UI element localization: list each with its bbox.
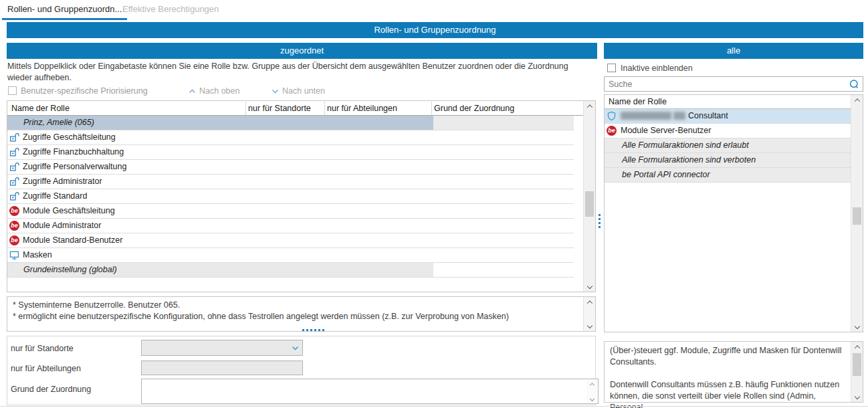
scrollbar-thumb[interactable] xyxy=(853,353,861,376)
scrollbar-thumb[interactable] xyxy=(585,191,594,217)
row-label: Prinz, Amelie (065) xyxy=(23,116,94,130)
move-down-label: Nach unten xyxy=(282,86,325,96)
checkbox-label: Benutzer-spezifische Priorisierung xyxy=(21,86,148,96)
table-row-selected[interactable]: Consultant xyxy=(605,109,851,124)
row-label: Zugriffe Standard xyxy=(23,189,87,203)
scroll-down-button[interactable] xyxy=(587,395,597,403)
app-window: Rollen- und Gruppenzuordn... Effektive B… xyxy=(0,0,868,408)
inaktive-einblenden-checkbox[interactable]: Inaktive einblenden xyxy=(607,64,693,73)
right-table-scrollbar[interactable] xyxy=(851,95,863,332)
table-row-group[interactable]: be Portal API connector xyxy=(605,168,851,183)
standorte-dropdown[interactable] xyxy=(141,340,303,356)
horizontal-splitter-handle[interactable] xyxy=(302,329,324,331)
table-row-selected[interactable]: Prinz, Amelie (065) xyxy=(7,116,574,130)
search-box xyxy=(604,76,863,92)
textarea-scrollbar[interactable] xyxy=(587,380,597,403)
right-panel-title: alle xyxy=(604,43,863,59)
checkbox-box[interactable] xyxy=(8,86,17,95)
table-body: Consultant be Module Server-Benutzer All… xyxy=(605,109,851,183)
instruction-text: Mittels Doppelklick oder Eingabetaste kö… xyxy=(7,61,592,84)
footnote-line-1: * Systeminterne Benutzerrolle. Benutzer … xyxy=(13,300,590,311)
chevron-up-icon xyxy=(189,89,196,94)
table-row[interactable]: Zugriffe Personalverwaltung xyxy=(7,160,574,175)
table-row[interactable]: Masken xyxy=(7,248,574,263)
be-module-icon: be xyxy=(9,235,19,245)
table-header-row: Name der Rolle xyxy=(605,95,863,109)
row-label: Module Geschäftsleitung xyxy=(23,204,115,218)
be-module-icon: be xyxy=(9,221,19,231)
redacted-text xyxy=(673,112,685,120)
column-header-name-der-rolle[interactable]: Name der Rolle xyxy=(609,97,667,106)
tab-effektive-berechtigungen[interactable]: Effektive Berechtigungen xyxy=(117,0,224,20)
grund-label: Grund der Zuordnung xyxy=(11,385,91,394)
column-divider xyxy=(245,102,246,115)
table-row[interactable]: Zugriffe Finanzbuchhaltung xyxy=(7,145,574,160)
redacted-text xyxy=(621,112,671,120)
column-header-nur-fuer-standorte[interactable]: nur für Standorte xyxy=(248,101,311,116)
table-row[interactable]: Zugriffe Administrator xyxy=(7,175,574,189)
scroll-down-button[interactable] xyxy=(584,320,595,331)
role-description-text: (Über-)steuert ggf. Module, Zugriffe und… xyxy=(605,342,848,408)
abteilungen-label: nur für Abteilungen xyxy=(11,364,81,373)
column-header-grund-der-zuordnung[interactable]: Grund der Zuordnung xyxy=(434,101,514,116)
abteilungen-input[interactable] xyxy=(141,361,303,375)
table-row-group[interactable]: Grundeinstellung (global) xyxy=(7,263,574,278)
tab-rollen-und-gruppenzuordnung[interactable]: Rollen- und Gruppenzuordn... xyxy=(2,0,127,20)
scroll-down-button[interactable] xyxy=(584,281,595,292)
move-up-button[interactable]: Nach oben xyxy=(189,86,239,96)
tab-strip: Rollen- und Gruppenzuordn... Effektive B… xyxy=(0,0,868,20)
assigned-roles-table: Name der Rolle nur für Standorte nur für… xyxy=(7,100,596,292)
table-header-row: Name der Rolle nur für Standorte nur für… xyxy=(7,101,595,116)
footnote-line-2: * ermöglicht eine benutzerspezifische Ko… xyxy=(13,311,590,322)
description-scrollbar[interactable] xyxy=(851,342,863,402)
footnote-scrollbar[interactable] xyxy=(583,297,595,331)
checkbox-box[interactable] xyxy=(607,64,616,72)
standorte-label: nur für Standorte xyxy=(11,344,74,353)
row-label: Module Standard-Benutzer xyxy=(23,233,122,247)
vertical-splitter-handle[interactable] xyxy=(599,214,601,228)
benutzer-spezifische-priorisierung-checkbox[interactable]: Benutzer-spezifische Priorisierung xyxy=(8,86,148,96)
table-row[interactable]: Zugriffe Standard xyxy=(7,189,574,204)
table-row[interactable]: be Module Administrator xyxy=(7,219,574,233)
row-label: Zugriffe Administrator xyxy=(23,175,102,189)
move-down-button[interactable]: Nach unten xyxy=(272,86,325,96)
row-label: Alle Formularaktionen sind verboten xyxy=(622,153,756,167)
scroll-up-button[interactable] xyxy=(587,380,597,388)
scroll-up-button[interactable] xyxy=(851,95,863,106)
column-header-nur-fuer-abteilungen[interactable]: nur für Abteilungen xyxy=(327,101,397,116)
table-row[interactable]: Zugriffe Geschäftsleitung xyxy=(7,130,574,145)
scroll-up-button[interactable] xyxy=(851,342,863,352)
grund-der-zuordnung-textarea[interactable] xyxy=(141,379,599,404)
move-up-label: Nach oben xyxy=(199,86,239,96)
left-table-scrollbar[interactable] xyxy=(583,101,595,292)
column-header-name-der-rolle[interactable]: Name der Rolle xyxy=(11,101,70,116)
search-input[interactable] xyxy=(605,77,845,91)
table-row[interactable]: be Module Standard-Benutzer xyxy=(7,233,574,248)
search-icon[interactable] xyxy=(849,79,859,90)
scroll-up-button[interactable] xyxy=(584,297,595,308)
scrollbar-thumb[interactable] xyxy=(853,207,861,225)
be-module-icon: be xyxy=(9,206,19,216)
table-row-group[interactable]: Alle Formularaktionen sind verboten xyxy=(605,153,851,168)
scroll-up-button[interactable] xyxy=(584,101,595,112)
table-row[interactable]: be Module Geschäftsleitung xyxy=(7,204,574,219)
chevron-down-icon xyxy=(292,346,299,350)
chevron-down-icon xyxy=(272,89,279,94)
footnote-box: * Systeminterne Benutzerrolle. Benutzer … xyxy=(7,296,596,332)
row-label: Grundeinstellung (global) xyxy=(23,263,117,277)
scroll-down-button[interactable] xyxy=(851,321,863,332)
row-label: Alle Formularaktionen sind erlaubt xyxy=(622,138,749,152)
all-roles-table: Name der Rolle Consultant be Module Serv… xyxy=(604,94,863,332)
scroll-down-button[interactable] xyxy=(851,391,863,402)
row-label: Zugriffe Personalverwaltung xyxy=(23,160,126,174)
row-label: Module Server-Benutzer xyxy=(621,124,711,138)
table-row[interactable]: be Module Server-Benutzer xyxy=(605,124,851,138)
row-label: Masken xyxy=(23,248,52,262)
column-divider xyxy=(324,102,325,115)
column-divider xyxy=(431,102,432,115)
table-body: Prinz, Amelie (065) Zugriffe Geschäftsle… xyxy=(7,116,574,278)
assignment-detail-form: nur für Standorte nur für Abteilungen Gr… xyxy=(7,336,596,405)
role-description-box: (Über-)steuert ggf. Module, Zugriffe und… xyxy=(604,341,863,403)
row-label: be Portal API connector xyxy=(622,168,710,182)
table-row-group[interactable]: Alle Formularaktionen sind erlaubt xyxy=(605,138,851,153)
